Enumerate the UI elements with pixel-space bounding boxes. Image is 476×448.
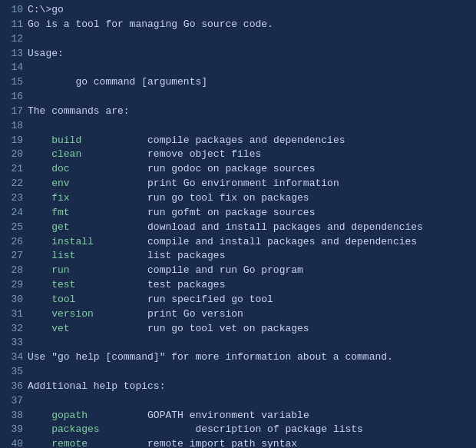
- line-content: Usage:: [28, 47, 64, 61]
- terminal-line: 35: [6, 365, 470, 380]
- line-content: list list packages: [28, 249, 225, 264]
- terminal-line: 11Go is a tool for managing Go source co…: [6, 18, 470, 32]
- line-number: 38: [6, 409, 28, 423]
- terminal-line: 13Usage:: [6, 47, 470, 61]
- line-content: get download and install packages and de…: [28, 221, 423, 235]
- terminal-line: 27 list list packages: [6, 249, 470, 264]
- line-number: 13: [6, 47, 28, 61]
- line-content: clean remove object files: [28, 148, 261, 162]
- terminal-line: 16: [6, 90, 470, 105]
- line-content: [28, 394, 34, 409]
- line-number: 37: [6, 394, 28, 409]
- line-number: 15: [6, 75, 28, 90]
- line-content: gopath GOPATH environment variable: [28, 409, 309, 423]
- terminal-line: 33: [6, 336, 470, 350]
- terminal-line: 30 tool run specified go tool: [6, 293, 470, 307]
- command-name: run: [51, 264, 69, 276]
- line-content: [28, 119, 34, 134]
- terminal-line: 15 go command [arguments]: [6, 75, 470, 90]
- line-number: 21: [6, 162, 28, 177]
- command-name: remote: [51, 438, 88, 448]
- command-name: fix: [51, 192, 69, 204]
- line-content: fmt run gofmt on package sources: [28, 206, 315, 221]
- line-content: go command [arguments]: [28, 75, 207, 90]
- line-number: 34: [6, 350, 28, 365]
- line-number: 12: [6, 32, 28, 47]
- line-content: The commands are:: [28, 105, 130, 119]
- line-content: [28, 90, 34, 105]
- terminal-line: 19 build compile packages and dependenci…: [6, 134, 470, 148]
- terminal-line: 21 doc run godoc on package sources: [6, 162, 470, 177]
- command-name: clean: [51, 148, 81, 160]
- line-content: Go is a tool for managing Go source code…: [28, 18, 273, 32]
- terminal-line: 25 get download and install packages and…: [6, 221, 470, 235]
- command-name: fmt: [51, 207, 69, 218]
- terminal-line: 37: [6, 394, 470, 409]
- line-content: env print Go environment information: [28, 177, 339, 191]
- command-name: install: [51, 236, 94, 247]
- command-name: tool: [51, 294, 75, 305]
- line-content: vet run go tool vet on packages: [28, 322, 309, 337]
- line-number: 14: [6, 61, 28, 75]
- command-name: version: [51, 308, 94, 320]
- terminal-line: 29 test test packages: [6, 278, 470, 293]
- terminal-line: 32 vet run go tool vet on packages: [6, 322, 470, 337]
- line-number: 30: [6, 293, 28, 307]
- line-content: Additional help topics:: [28, 380, 165, 394]
- line-content: install compile and install packages and…: [28, 235, 417, 250]
- terminal-line: 40 remote remote import path syntax: [6, 437, 470, 448]
- command-name: packages: [51, 423, 99, 435]
- terminal-line: 12: [6, 32, 470, 47]
- terminal-line: 10C:\>go: [6, 3, 470, 18]
- line-content: [28, 336, 34, 350]
- terminal-line: 28 run compile and run Go program: [6, 264, 470, 278]
- command-name: get: [51, 221, 69, 233]
- line-content: remote remote import path syntax: [28, 437, 297, 448]
- line-content: build compile packages and dependencies: [28, 134, 345, 148]
- line-number: 40: [6, 437, 28, 448]
- terminal-line: 14: [6, 61, 470, 75]
- line-number: 35: [6, 365, 28, 380]
- line-content: test test packages: [28, 278, 225, 293]
- command-name: doc: [51, 163, 69, 174]
- command-name: env: [51, 178, 69, 189]
- terminal-window: 10C:\>go11Go is a tool for managing Go s…: [6, 3, 470, 448]
- line-number: 31: [6, 307, 28, 322]
- line-content: packages description of package lists: [28, 423, 363, 437]
- line-number: 10: [6, 3, 28, 18]
- line-number: 23: [6, 191, 28, 206]
- terminal-line: 38 gopath GOPATH environment variable: [6, 409, 470, 423]
- terminal-line: 24 fmt run gofmt on package sources: [6, 206, 470, 221]
- line-number: 39: [6, 423, 28, 437]
- line-number: 28: [6, 264, 28, 278]
- line-number: 36: [6, 380, 28, 394]
- line-number: 16: [6, 90, 28, 105]
- line-number: 11: [6, 18, 28, 32]
- terminal-line: 31 version print Go version: [6, 307, 470, 322]
- line-number: 24: [6, 206, 28, 221]
- line-number: 22: [6, 177, 28, 191]
- line-content: [28, 365, 34, 380]
- line-content: Use "go help [command]" for more informa…: [28, 350, 393, 365]
- terminal-line: 18: [6, 119, 470, 134]
- command-name: list: [51, 250, 75, 261]
- command-name: test: [51, 279, 75, 290]
- line-number: 20: [6, 148, 28, 162]
- line-number: 27: [6, 249, 28, 264]
- terminal-line: 39 packages description of package lists: [6, 423, 470, 437]
- line-content: C:\>go: [28, 3, 64, 18]
- line-content: [28, 61, 34, 75]
- line-content: fix run go tool fix on packages: [28, 191, 309, 206]
- line-number: 32: [6, 322, 28, 337]
- line-number: 17: [6, 105, 28, 119]
- line-content: tool run specified go tool: [28, 293, 273, 307]
- terminal-line: 20 clean remove object files: [6, 148, 470, 162]
- line-number: 18: [6, 119, 28, 134]
- command-name: gopath: [51, 410, 88, 421]
- terminal-line: 17The commands are:: [6, 105, 470, 119]
- terminal-line: 22 env print Go environment information: [6, 177, 470, 191]
- terminal-line: 34Use "go help [command]" for more infor…: [6, 350, 470, 365]
- line-number: 25: [6, 221, 28, 235]
- terminal-line: 26 install compile and install packages …: [6, 235, 470, 250]
- terminal-line: 36Additional help topics:: [6, 380, 470, 394]
